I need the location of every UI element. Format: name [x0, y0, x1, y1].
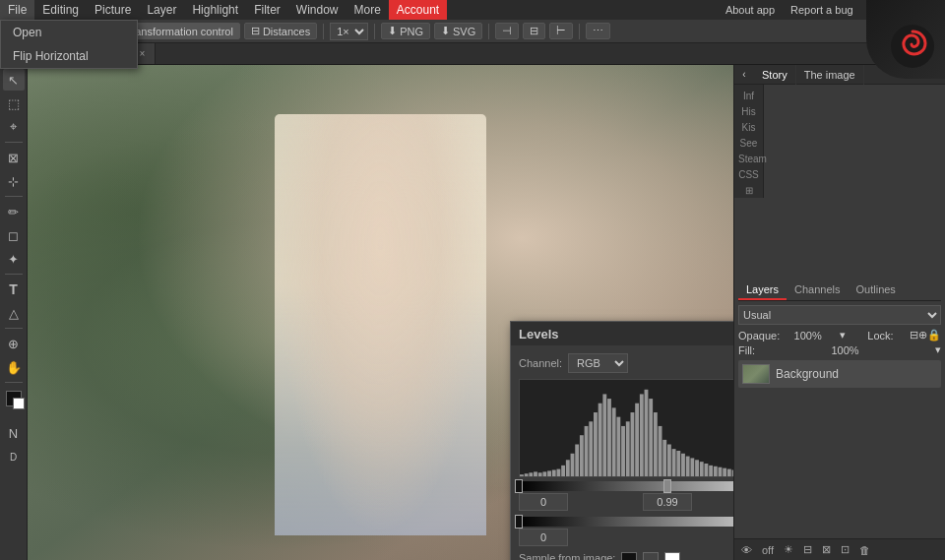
align-center-btn[interactable]: ⊟ — [523, 23, 545, 39]
menu-filter[interactable]: Filter — [246, 0, 288, 20]
shortcut-his[interactable]: His — [734, 104, 763, 119]
menu-window[interactable]: Window — [288, 0, 346, 20]
panel-btn4[interactable]: ⊟ — [800, 543, 815, 556]
panel-tab-image[interactable]: The image — [796, 65, 864, 85]
distances-btn[interactable]: ⊟ Distances — [244, 23, 317, 39]
svg-rect-32 — [667, 445, 671, 476]
svg-rect-17 — [598, 404, 602, 476]
svg-rect-36 — [686, 457, 690, 476]
eyedropper-tool[interactable]: ⊹ — [3, 170, 25, 192]
input-mid-value[interactable]: 0.99 — [643, 493, 692, 511]
fg-color-swatch[interactable] — [6, 391, 22, 406]
menu-editing[interactable]: Editing — [34, 0, 87, 20]
panel-btn6[interactable]: ⊡ — [838, 543, 852, 556]
svg-rect-1 — [525, 473, 529, 476]
panel-off-btn[interactable]: off — [759, 544, 777, 556]
bg-color-swatch[interactable] — [13, 398, 25, 409]
menu-layer[interactable]: Layer — [139, 0, 184, 20]
crop-tool[interactable]: ⊠ — [3, 147, 25, 168]
menu-about[interactable]: About app — [718, 4, 783, 16]
eraser-tool[interactable]: ◻ — [3, 224, 25, 246]
distances-icon: ⊟ — [251, 25, 260, 37]
panel-eye-btn[interactable]: 👁 — [738, 544, 755, 556]
fill-arrow[interactable]: ▾ — [935, 343, 941, 356]
menu-highlight[interactable]: Highlight — [184, 0, 246, 20]
tool-separator-3 — [5, 274, 23, 275]
output-low-value[interactable]: 0 — [519, 529, 568, 546]
zoom-select[interactable]: 1× — [330, 23, 368, 40]
input-slider-bar[interactable] — [519, 481, 733, 491]
svg-rect-29 — [654, 412, 658, 476]
menu-report-bug[interactable]: Report a bug — [783, 4, 861, 16]
output-low-handle[interactable] — [515, 515, 523, 529]
output-values: 0 255 — [519, 529, 733, 546]
hand-tool[interactable]: ✋ — [3, 356, 25, 378]
panel-nav-icon[interactable]: ⊞ — [734, 183, 763, 198]
levels-values: 0 0.99 247 — [519, 493, 733, 511]
normal-mode-btn[interactable]: N — [3, 422, 25, 444]
layer-item[interactable]: Background — [738, 360, 941, 388]
svg-rect-2 — [529, 472, 533, 476]
shape-tool[interactable]: △ — [3, 302, 25, 324]
svg-rect-23 — [626, 421, 630, 476]
svg-rect-31 — [662, 440, 666, 476]
tab-close-btn[interactable]: × — [139, 48, 145, 59]
panel-sun-btn[interactable]: ☀ — [781, 543, 796, 556]
sample-highlights-btn[interactable] — [664, 552, 680, 560]
outlines-tab[interactable]: Outlines — [849, 280, 904, 300]
panel-btn5[interactable]: ⊠ — [819, 543, 834, 556]
toolbar-separator-4 — [579, 24, 580, 39]
svg-rect-9 — [561, 466, 565, 476]
opacity-value: 100% — [794, 330, 822, 342]
download-icon: ⬇ — [388, 25, 397, 37]
dropdown-open[interactable]: Open — [1, 21, 137, 44]
move-tool[interactable]: ↖ — [3, 69, 25, 91]
output-slider-bar[interactable] — [519, 517, 733, 527]
menu-picture[interactable]: Picture — [87, 0, 139, 20]
channels-tab[interactable]: Channels — [787, 280, 848, 300]
panel-trash-btn[interactable]: 🗑 — [856, 544, 873, 556]
sample-shadows-btn[interactable] — [621, 552, 637, 560]
input-low-handle[interactable] — [515, 479, 523, 493]
shortcut-inf[interactable]: Inf — [734, 89, 763, 103]
svg-rect-8 — [557, 469, 561, 476]
toolbar-separator-2 — [374, 24, 375, 39]
blend-mode-select[interactable]: Usual Multiply Screen Overlay — [738, 305, 941, 325]
svg-rect-25 — [635, 404, 639, 476]
export-png-btn[interactable]: ⬇ PNG — [381, 23, 430, 39]
menu-more[interactable]: More — [346, 0, 389, 20]
lasso-tool[interactable]: ⌖ — [3, 116, 25, 138]
select-tool[interactable]: ⬚ — [3, 93, 25, 114]
layers-tab[interactable]: Layers — [738, 280, 787, 300]
align-left-btn[interactable]: ⊣ — [495, 23, 519, 39]
shortcut-steam[interactable]: Steam — [734, 152, 763, 166]
svg-rect-46 — [732, 470, 733, 476]
input-mid-handle[interactable] — [663, 479, 671, 493]
channel-select[interactable]: RGB Red Green Blue — [568, 353, 628, 373]
brush-tool[interactable]: ✏ — [3, 201, 25, 222]
panel-tab-story[interactable]: Story — [754, 65, 796, 85]
menu-account[interactable]: Account — [389, 0, 447, 20]
heal-tool[interactable]: ✦ — [3, 248, 25, 270]
left-toolbar: ↖ ⬚ ⌖ ⊠ ⊹ ✏ ◻ ✦ T △ ⊕ ✋ N D — [0, 65, 28, 560]
text-tool[interactable]: T — [3, 279, 25, 300]
menu-file[interactable]: File — [0, 0, 34, 20]
svg-rect-43 — [719, 467, 723, 476]
panel-left-arrow[interactable]: ‹ — [734, 65, 754, 85]
quick-mask-btn[interactable]: D — [3, 446, 25, 467]
levels-title-bar: Levels × — [511, 322, 733, 345]
opacity-arrow[interactable]: ▾ — [840, 329, 846, 342]
zoom-tool[interactable]: ⊕ — [3, 333, 25, 354]
tool-separator-4 — [5, 328, 23, 329]
export-svg-btn[interactable]: ⬇ SVG — [434, 23, 482, 39]
align-right-btn[interactable]: ⊢ — [549, 23, 573, 39]
svg-rect-14 — [585, 426, 589, 476]
more-options-btn[interactable]: ⋯ — [586, 23, 610, 39]
shortcut-see[interactable]: See — [734, 136, 763, 151]
dropdown-flip-horizontal[interactable]: Flip Horizontal — [1, 44, 137, 68]
input-low-value[interactable]: 0 — [519, 493, 568, 511]
sample-midtones-btn[interactable] — [643, 552, 659, 560]
dropdown-menu: Open Flip Horizontal — [0, 20, 138, 69]
shortcut-kis[interactable]: Kis — [734, 120, 763, 135]
shortcut-css[interactable]: CSS — [734, 167, 763, 182]
